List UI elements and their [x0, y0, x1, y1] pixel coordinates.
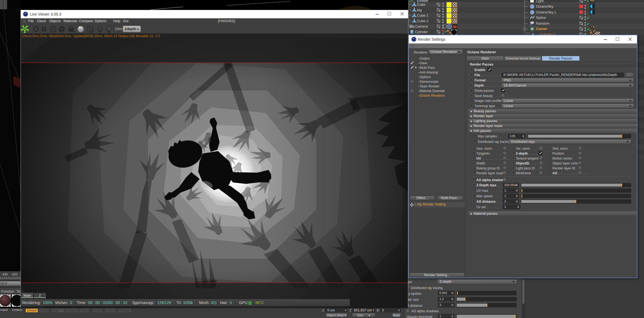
svg-text:R: R	[52, 27, 55, 32]
svg-text:Emitter: Emitter	[417, 0, 429, 2]
svg-text:F: F	[99, 27, 101, 30]
svg-text:M: M	[108, 27, 110, 30]
